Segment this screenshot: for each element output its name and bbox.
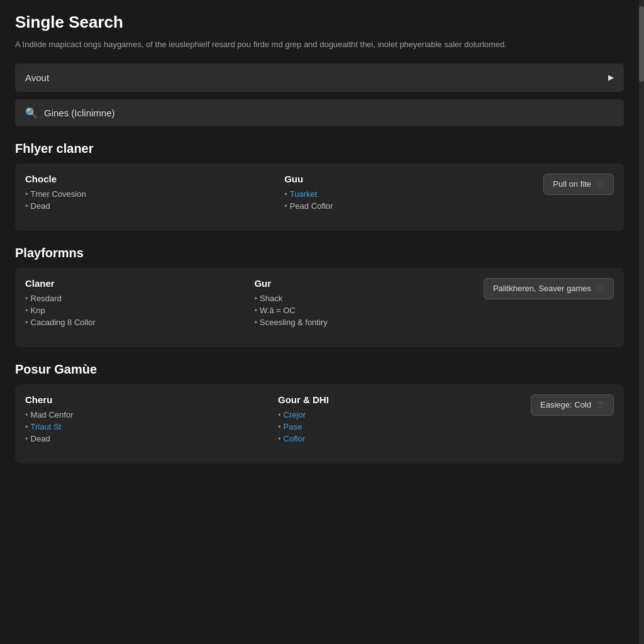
action-button[interactable]: Palitkheren, Seaver games♡ [484,278,614,299]
list-item: Knp [25,306,254,315]
list-item: Resdard [25,294,254,303]
sections-container: Fhlyer clanerChocleTmer CovesionDeadGuuT… [15,142,624,464]
card-card-1: ChocleTmer CovesionDeadGuuTuarketPead Co… [15,164,624,231]
section-section-2: PlayformnsClanerResdardKnpCacading 8 Col… [15,246,624,347]
section-title: Playformns [15,246,624,260]
dropdown-label: Avout [25,72,49,83]
heart-icon: ♡ [596,179,604,189]
card-header: CheruMad CenforTrlaut StDeadGour & DHICr… [25,394,614,446]
card-columns: ChocleTmer CovesionDeadGuuTuarketPead Co… [25,174,543,213]
list-item[interactable]: Crejor [278,410,531,419]
action-button-label: Palitkheren, Seaver games [493,284,591,293]
list-item: Pead Coflor [284,201,543,211]
action-button[interactable]: Pull on fite♡ [543,174,614,195]
search-placeholder: Gines (Iclinimne) [44,108,115,118]
list-item: Tmer Covesion [25,189,284,199]
col2-title: Gour & DHI [278,394,531,405]
list-item[interactable]: Coflor [278,434,531,443]
list-item: Shack [254,294,483,303]
col1-title: Claner [25,278,254,289]
dropdown-bar[interactable]: Avout ▶ [15,64,624,92]
card-header: ClanerResdardKnpCacading 8 CollorGurShac… [25,278,614,330]
scrollbar-thumb[interactable] [639,6,644,82]
list-item[interactable]: Pase [278,422,531,431]
search-icon: 🔍 [25,107,38,119]
search-bar[interactable]: 🔍 Gines (Iclinimne) [15,99,624,126]
section-title: Fhlyer claner [15,142,624,156]
col2-title: Gur [254,278,483,289]
dropdown-arrow-icon: ▶ [608,73,614,82]
list-item: Cacading 8 Collor [25,318,254,327]
list-item[interactable]: Trlaut St [25,422,278,431]
card-card-3: CheruMad CenforTrlaut StDeadGour & DHICr… [15,384,624,464]
heart-icon: ♡ [596,400,604,410]
card-col-1: ClanerResdardKnpCacading 8 Collor [25,278,254,330]
main-content: Single Search A Indiide mapicact ongs ha… [0,0,639,644]
card-col-2: Gour & DHICrejorPaseCoflor [278,394,531,446]
section-section-1: Fhlyer clanerChocleTmer CovesionDeadGuuT… [15,142,624,231]
card-col-2: GuuTuarketPead Coflor [284,174,543,213]
action-button-label: Easiege: Cold [540,400,591,409]
list-item: Sceesling & fontiry [254,318,483,327]
card-col-2: GurShackW.â = OCSceesling & fontiry [254,278,483,330]
card-header: ChocleTmer CovesionDeadGuuTuarketPead Co… [25,174,614,213]
card-col-1: ChocleTmer CovesionDead [25,174,284,213]
card-columns: CheruMad CenforTrlaut StDeadGour & DHICr… [25,394,531,446]
page-title: Single Search [15,13,624,32]
page-description: A Indiide mapicact ongs haygames, of the… [15,38,624,51]
scrollbar[interactable] [639,0,644,644]
list-item[interactable]: Tuarket [284,189,543,199]
card-col-1: CheruMad CenforTrlaut StDead [25,394,278,446]
section-section-3: Posur GamùeCheruMad CenforTrlaut StDeadG… [15,362,624,464]
section-title: Posur Gamùe [15,362,624,377]
list-item: W.â = OC [254,306,483,315]
heart-icon: ♡ [596,284,604,294]
col1-title: Cheru [25,394,278,405]
list-item: Mad Cenfor [25,410,278,419]
list-item: Dead [25,434,278,443]
card-columns: ClanerResdardKnpCacading 8 CollorGurShac… [25,278,484,330]
action-button[interactable]: Easiege: Cold♡ [531,394,614,416]
action-button-label: Pull on fite [553,179,591,189]
col1-title: Chocle [25,174,284,184]
card-card-2: ClanerResdardKnpCacading 8 CollorGurShac… [15,268,624,347]
col2-title: Guu [284,174,543,184]
list-item: Dead [25,201,284,211]
